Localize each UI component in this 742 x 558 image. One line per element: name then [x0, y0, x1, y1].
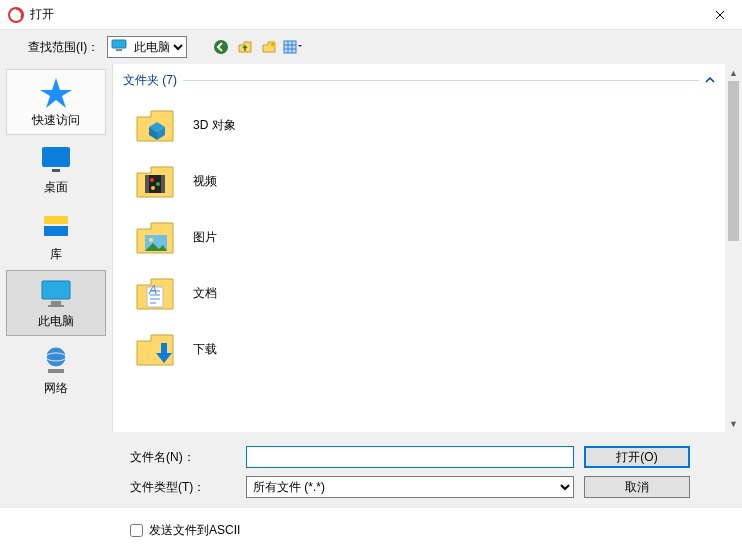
svg-rect-18 [161, 175, 165, 193]
ascii-checkbox-row: 发送文件到ASCII [0, 522, 742, 539]
scroll-down-button[interactable]: ▼ [726, 415, 741, 432]
cancel-button[interactable]: 取消 [584, 476, 690, 498]
app-icon [8, 7, 24, 23]
svg-point-21 [151, 186, 155, 190]
svg-rect-1 [112, 40, 126, 48]
back-button[interactable] [211, 37, 231, 57]
folder-3d-icon [133, 103, 177, 147]
filetype-dropdown[interactable]: 所有文件 (*.*) [246, 476, 574, 498]
sidebar-item-label: 库 [50, 246, 62, 263]
svg-rect-2 [116, 49, 122, 51]
folder-label: 下载 [193, 341, 217, 358]
svg-rect-9 [44, 226, 68, 236]
this-pc-icon [111, 39, 127, 51]
sidebar-item-quickaccess[interactable]: 快速访问 [6, 69, 106, 135]
svg-rect-5 [284, 41, 296, 53]
close-button[interactable] [698, 0, 742, 30]
quickaccess-icon [38, 76, 74, 108]
scroll-thumb[interactable] [728, 81, 739, 241]
folder-label: 3D 对象 [193, 117, 236, 134]
svg-point-19 [150, 178, 154, 182]
svg-rect-8 [44, 216, 68, 224]
this-pc-icon [38, 277, 74, 309]
sidebar-item-label: 此电脑 [38, 313, 74, 330]
svg-rect-11 [51, 301, 61, 305]
window-title: 打开 [30, 6, 54, 23]
group-header[interactable]: 文件夹 (7) [123, 72, 715, 89]
places-sidebar: 快速访问 桌面 库 此电脑 网络 [0, 64, 113, 432]
sidebar-item-label: 网络 [44, 380, 68, 397]
filename-input[interactable] [246, 446, 574, 468]
file-area: 文件夹 (7) 3D 对象 视频 图片 A 文档 下载 [113, 64, 742, 432]
new-folder-button[interactable] [259, 37, 279, 57]
svg-rect-6 [42, 147, 70, 167]
ascii-checkbox[interactable] [130, 524, 143, 537]
desktop-icon [38, 143, 74, 175]
folder-label: 视频 [193, 173, 217, 190]
sidebar-item-network[interactable]: 网络 [6, 337, 106, 403]
folder-pictures-icon [133, 215, 177, 259]
folder-item-documents[interactable]: A 文档 [123, 265, 715, 321]
svg-rect-7 [52, 169, 60, 172]
file-list[interactable]: 文件夹 (7) 3D 对象 视频 图片 A 文档 下载 [113, 64, 725, 432]
svg-rect-15 [48, 369, 64, 373]
open-button[interactable]: 打开(O) [584, 446, 690, 468]
folder-video-icon [133, 159, 177, 203]
svg-rect-12 [48, 305, 64, 307]
svg-point-0 [9, 8, 23, 22]
filename-label: 文件名(N)： [130, 449, 236, 466]
svg-point-20 [156, 182, 160, 186]
folder-downloads-icon [133, 327, 177, 371]
group-header-text: 文件夹 (7) [123, 72, 177, 89]
folder-documents-icon: A [133, 271, 177, 315]
ascii-checkbox-label: 发送文件到ASCII [149, 522, 240, 539]
scroll-track[interactable] [726, 81, 741, 415]
sidebar-item-label: 快速访问 [32, 112, 80, 129]
scroll-up-button[interactable]: ▲ [726, 64, 741, 81]
libraries-icon [38, 210, 74, 242]
svg-point-23 [149, 238, 153, 242]
sidebar-item-desktop[interactable]: 桌面 [6, 136, 106, 202]
up-button[interactable] [235, 37, 255, 57]
sidebar-item-libraries[interactable]: 库 [6, 203, 106, 269]
folder-label: 图片 [193, 229, 217, 246]
sidebar-item-label: 桌面 [44, 179, 68, 196]
svg-point-3 [214, 40, 228, 54]
location-bar: 查找范围(I)： 此电脑 [0, 30, 742, 64]
view-button[interactable] [283, 37, 303, 57]
filetype-label: 文件类型(T)： [130, 479, 236, 496]
main-area: 快速访问 桌面 库 此电脑 网络 文件夹 (7) 3 [0, 64, 742, 432]
titlebar: 打开 [0, 0, 742, 30]
svg-rect-17 [145, 175, 149, 193]
network-icon [38, 344, 74, 376]
sidebar-item-thispc[interactable]: 此电脑 [6, 270, 106, 336]
svg-text:A: A [148, 283, 157, 297]
folder-item-downloads[interactable]: 下载 [123, 321, 715, 377]
scrollbar[interactable]: ▲ ▼ [725, 64, 742, 432]
bottom-panel: 文件名(N)： 打开(O) 文件类型(T)： 所有文件 (*.*) 取消 [0, 432, 742, 508]
folder-item-videos[interactable]: 视频 [123, 153, 715, 209]
lookin-label: 查找范围(I)： [28, 39, 99, 56]
folder-item-3dobjects[interactable]: 3D 对象 [123, 97, 715, 153]
folder-label: 文档 [193, 285, 217, 302]
svg-rect-10 [42, 281, 70, 299]
folder-item-pictures[interactable]: 图片 [123, 209, 715, 265]
collapse-icon[interactable] [705, 74, 715, 88]
